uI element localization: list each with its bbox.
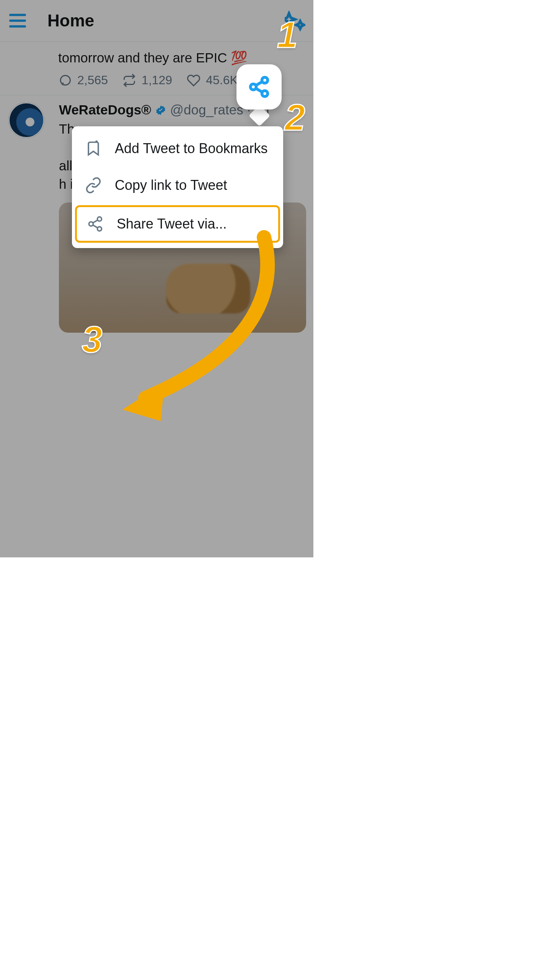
menu-item-share-via[interactable]: Share Tweet via...	[75, 205, 280, 243]
like-count: 45.6K	[206, 73, 238, 87]
tweet-text: tomorrow and they are EPIC 💯	[0, 42, 313, 67]
like-button[interactable]: 45.6K	[187, 73, 238, 87]
page-title: Home	[47, 11, 94, 30]
verified-icon	[155, 105, 166, 116]
app-header: Home	[0, 0, 313, 42]
annotation-2: 2	[285, 96, 305, 139]
handle[interactable]: @dog_rates	[170, 102, 243, 117]
svg-point-4	[89, 222, 93, 226]
menu-item-copy-link[interactable]: Copy link to Tweet	[72, 167, 283, 204]
svg-point-2	[262, 91, 268, 96]
reply-count: 2,565	[77, 73, 108, 87]
menu-label: Share Tweet via...	[117, 216, 227, 232]
menu-label: Copy link to Tweet	[115, 177, 227, 193]
reply-button[interactable]: 2,565	[58, 73, 108, 87]
svg-point-0	[262, 77, 268, 83]
menu-label: Add Tweet to Bookmarks	[115, 140, 268, 157]
annotation-1: 1	[277, 14, 297, 56]
retweet-button[interactable]: 1,129	[122, 73, 172, 87]
svg-point-3	[98, 217, 102, 221]
share-menu: Add Tweet to Bookmarks Copy link to Twee…	[72, 126, 283, 248]
menu-item-bookmark[interactable]: Add Tweet to Bookmarks	[72, 130, 283, 167]
share-icon[interactable]	[236, 64, 282, 109]
svg-point-5	[98, 227, 102, 231]
menu-icon[interactable]	[9, 14, 26, 28]
annotation-3: 3	[82, 318, 102, 361]
retweet-count: 1,129	[142, 73, 172, 87]
avatar[interactable]	[8, 102, 44, 138]
svg-point-1	[251, 84, 256, 90]
display-name[interactable]: WeRateDogs®	[59, 102, 151, 117]
